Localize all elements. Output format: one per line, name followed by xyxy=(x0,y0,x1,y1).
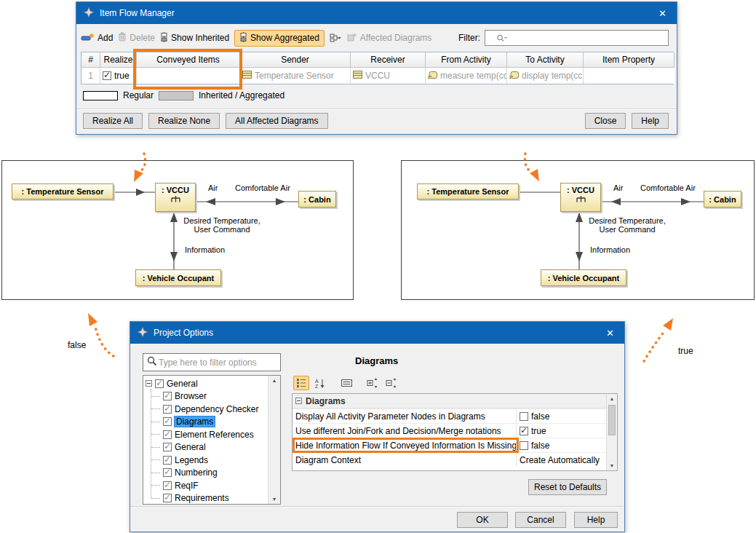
tree-checkbox[interactable] xyxy=(163,417,172,426)
tree-item-numbering[interactable]: Numbering xyxy=(146,467,267,480)
flow-label-desired-temperature: Desired Temperature, User Command xyxy=(179,216,265,234)
options-filter-input[interactable] xyxy=(157,356,280,369)
column-header-num[interactable]: # xyxy=(81,52,100,68)
tree-checkbox[interactable] xyxy=(163,494,172,502)
tree-checkbox[interactable] xyxy=(163,468,172,477)
collapse-all-icon[interactable] xyxy=(383,376,399,390)
tree-item-legends[interactable]: Legends xyxy=(146,454,267,467)
flow-label-desired-temperature: Desired Temperature, User Command xyxy=(584,216,670,234)
tree-scrollbar[interactable]: ▲ ▼ xyxy=(268,376,280,504)
column-header-conveyed-items[interactable]: Conveyed Items xyxy=(137,52,240,68)
scroll-down-icon[interactable]: ▼ xyxy=(268,497,280,502)
column-header-item-property[interactable]: Item Property xyxy=(584,52,675,68)
realize-checkbox[interactable] xyxy=(103,71,111,80)
show-description-icon[interactable] xyxy=(338,376,354,390)
add-button[interactable]: Add xyxy=(81,33,113,44)
realize-cell[interactable]: true xyxy=(100,68,137,84)
tree-item-general-root[interactable]: General xyxy=(146,377,267,390)
value-checkbox[interactable] xyxy=(520,441,528,450)
node-vccu[interactable]: : VCCU xyxy=(560,183,601,212)
scrollbar-thumb[interactable] xyxy=(608,405,616,435)
tree-item-dependency-checker[interactable]: Dependency Checker xyxy=(146,403,267,416)
property-row-highlighted[interactable]: Hide Information Flow If Conveyed Inform… xyxy=(293,438,617,452)
node-temperature-sensor[interactable]: : Temperature Sensor xyxy=(12,183,114,200)
to-activity-cell[interactable]: display temp(cc xyxy=(507,68,584,84)
filter-input[interactable] xyxy=(485,30,669,46)
all-affected-diagrams-button[interactable]: All Affected Diagrams xyxy=(226,113,328,129)
property-row[interactable]: Use different Join/Fork and Decision/Mer… xyxy=(293,423,617,438)
project-options-titlebar[interactable]: Project Options ✕ xyxy=(130,322,624,344)
realize-none-button[interactable]: Realize None xyxy=(148,113,220,129)
expand-all-icon[interactable] xyxy=(365,376,381,390)
regular-label: Regular xyxy=(123,90,154,100)
column-header-realize[interactable]: Realize xyxy=(100,52,137,68)
ok-button[interactable]: OK xyxy=(457,512,508,528)
sender-cell[interactable]: Temperature Sensor xyxy=(240,68,351,84)
column-header-to-activity[interactable]: To Activity xyxy=(507,52,584,68)
cancel-button[interactable]: Cancel xyxy=(515,512,566,528)
search-icon xyxy=(147,356,157,368)
tree-checkbox[interactable] xyxy=(163,405,172,414)
help-button[interactable]: Help xyxy=(632,113,669,129)
collapse-expander-icon[interactable] xyxy=(146,380,152,387)
categorized-view-icon[interactable] xyxy=(293,376,309,390)
show-aggregated-toggle[interactable]: Show Aggregated xyxy=(234,30,325,47)
property-row[interactable]: Display All Activity Parameter Nodes in … xyxy=(293,408,617,423)
tree-item-requirements[interactable]: Requirements xyxy=(146,492,267,505)
tree-checkbox[interactable] xyxy=(163,481,172,490)
tree-checkbox[interactable] xyxy=(163,392,172,400)
affected-diagrams-button[interactable]: Affected Diagrams xyxy=(347,32,432,44)
item-flow-manager-titlebar[interactable]: Item Flow Manager ✕ xyxy=(76,2,677,24)
scroll-down-icon[interactable]: ▼ xyxy=(607,463,617,468)
tree-checkbox[interactable] xyxy=(163,430,172,439)
receiver-cell[interactable]: VCCU xyxy=(351,68,426,84)
search-dropdown-icon[interactable] xyxy=(496,33,508,45)
tree-item-browser[interactable]: Browser xyxy=(146,390,267,403)
properties-scrollbar[interactable]: ▲ ▼ xyxy=(606,394,617,470)
node-cabin[interactable]: : Cabin xyxy=(298,191,336,208)
tree-item-diagrams[interactable]: Diagrams xyxy=(146,416,267,429)
internal-structure-rake-icon xyxy=(171,195,180,204)
tree-item-element-references[interactable]: Element References xyxy=(146,428,267,441)
flow-label-information: Information xyxy=(590,245,630,254)
node-vccu[interactable]: : VCCU xyxy=(155,183,196,212)
show-inherited-button[interactable]: Show Inherited xyxy=(160,32,229,44)
conveyed-items-cell[interactable] xyxy=(137,68,240,84)
column-header-receiver[interactable]: Receiver xyxy=(351,52,426,68)
from-activity-cell[interactable]: measure temp(cc xyxy=(426,68,507,84)
properties-toolbar: AZ xyxy=(293,375,399,391)
sort-alphabetically-icon[interactable]: AZ xyxy=(312,376,328,390)
close-button[interactable]: Close xyxy=(585,113,626,129)
inherited-label: Inherited / Aggregated xyxy=(199,90,285,100)
close-icon[interactable]: ✕ xyxy=(656,8,669,19)
column-header-sender[interactable]: Sender xyxy=(240,52,351,68)
tree-checkbox[interactable] xyxy=(155,379,164,388)
collapse-expander-icon[interactable] xyxy=(295,398,302,404)
tree-checkbox[interactable] xyxy=(163,443,172,451)
regular-swatch xyxy=(83,91,118,100)
item-property-cell[interactable] xyxy=(584,68,675,84)
close-icon[interactable]: ✕ xyxy=(603,328,617,339)
node-vehicle-occupant[interactable]: : Vehicle Occupant xyxy=(541,269,626,286)
column-header-from-activity[interactable]: From Activity xyxy=(426,52,507,68)
properties-group-header[interactable]: Diagrams xyxy=(293,394,617,408)
reset-to-defaults-button[interactable]: Reset to Defaults xyxy=(528,479,607,495)
value-checkbox[interactable] xyxy=(520,412,528,421)
filter-group: Filter: xyxy=(458,30,669,46)
property-row[interactable]: Diagram Context Create Automatically xyxy=(293,452,617,467)
scroll-up-icon[interactable]: ▲ xyxy=(607,396,617,401)
node-temperature-sensor[interactable]: : Temperature Sensor xyxy=(417,183,519,200)
realize-all-button[interactable]: Realize All xyxy=(83,113,143,129)
scroll-up-icon[interactable]: ▲ xyxy=(268,378,280,383)
internal-structure-rake-icon xyxy=(576,195,586,204)
node-cabin[interactable]: : Cabin xyxy=(704,191,741,208)
filter-label: Filter: xyxy=(458,33,480,43)
delete-button[interactable]: Delete xyxy=(118,32,155,44)
node-vehicle-occupant[interactable]: : Vehicle Occupant xyxy=(135,269,221,286)
tree-item-reqif[interactable]: ReqIF xyxy=(146,479,267,492)
item-flow-direction-icon-button[interactable] xyxy=(330,33,342,42)
tree-checkbox[interactable] xyxy=(163,456,172,465)
help-button[interactable]: Help xyxy=(574,512,618,528)
tree-item-general[interactable]: General xyxy=(146,441,267,454)
value-checkbox[interactable] xyxy=(520,427,528,435)
